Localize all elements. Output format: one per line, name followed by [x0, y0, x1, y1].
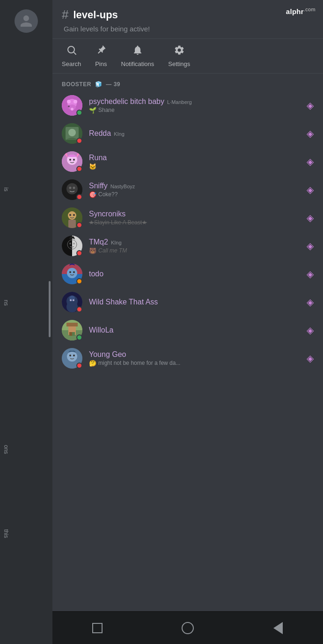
member-item[interactable]: TMq2 KIng 🐻 Call me TM ◈	[52, 232, 323, 260]
member-name-row: todo	[89, 270, 300, 278]
member-info: psychedelic bitch baby L·Manberg 🌱 Shane	[89, 97, 300, 114]
svg-point-0	[68, 46, 74, 53]
member-info: Sniffy NastyBoyz 🎯 Coke??	[89, 182, 300, 198]
settings-icon	[174, 44, 185, 58]
app-container: is ns ons this # level-ups Gain levels f…	[0, 0, 323, 644]
bell-icon	[132, 44, 143, 58]
sidebar-scrollbar	[49, 281, 51, 337]
status-text: Shane	[98, 107, 115, 113]
svg-rect-46	[72, 332, 75, 336]
member-info: WilloLa	[89, 326, 300, 334]
member-item[interactable]: psychedelic bitch baby L·Manberg 🌱 Shane…	[52, 91, 323, 119]
member-name: WilloLa	[89, 326, 113, 334]
svg-point-8	[71, 108, 73, 111]
bottom-navigation	[52, 611, 323, 644]
svg-rect-45	[69, 332, 72, 336]
member-item[interactable]: Runa 🐱 ◈	[52, 148, 323, 176]
svg-point-33	[69, 271, 71, 273]
back-button[interactable]	[266, 616, 290, 640]
status-indicator	[76, 222, 82, 228]
member-item[interactable]: Wild Shake That Ass ◈	[52, 288, 323, 316]
toolbar-settings[interactable]: Settings	[168, 44, 190, 67]
main-content: # level-ups Gain levels for being active…	[52, 0, 323, 644]
pin-icon	[95, 44, 107, 58]
status-indicator	[76, 138, 82, 144]
avatar-wrapper	[62, 123, 82, 144]
member-name: Wild Shake That Ass	[89, 298, 158, 306]
member-name-row: WilloLa	[89, 326, 300, 334]
circle-button[interactable]	[176, 616, 199, 640]
svg-point-19	[73, 187, 75, 189]
watermark: alphr.com	[286, 7, 316, 15]
svg-point-4	[67, 100, 71, 104]
status-emoji: 🐱	[89, 163, 96, 170]
search-icon	[66, 44, 77, 58]
user-icon	[19, 14, 33, 28]
svg-point-5	[73, 100, 77, 104]
member-name-row: TMq2 KIng	[89, 238, 300, 246]
member-item[interactable]: Syncroniks ★Slayin Like A Beast★ ◈	[52, 204, 323, 232]
member-info: Runa 🐱	[89, 154, 300, 170]
member-item[interactable]: Sniffy NastyBoyz 🎯 Coke?? ◈	[52, 176, 323, 204]
svg-rect-38	[66, 301, 78, 312]
status-indicator	[76, 363, 82, 369]
status-indicator	[76, 110, 82, 116]
member-name: Runa	[89, 154, 107, 162]
member-name-row: Runa	[89, 154, 300, 162]
sidebar: is ns ons this	[0, 0, 52, 644]
status-text: ★Slayin Like A Beast★	[89, 219, 147, 226]
notifications-label: Notifications	[121, 60, 154, 67]
svg-point-34	[73, 271, 75, 273]
svg-point-48	[67, 351, 77, 362]
toolbar-pins[interactable]: Pins	[95, 44, 107, 67]
status-emoji: 🐻	[89, 247, 96, 254]
svg-point-24	[73, 214, 75, 216]
booster-diamond-icon: ◈	[307, 240, 314, 252]
member-status: 🐻 Call me TM	[89, 247, 300, 254]
member-item[interactable]: WilloLa ◈	[52, 316, 323, 344]
toolbar-notifications[interactable]: Notifications	[121, 44, 154, 67]
avatar-wrapper	[62, 179, 82, 200]
status-indicator	[76, 166, 82, 172]
booster-diamond-icon: ◈	[307, 184, 314, 195]
booster-diamond-icon: ◈	[307, 325, 314, 336]
svg-point-23	[69, 214, 71, 216]
avatar-wrapper	[62, 292, 82, 312]
svg-rect-44	[66, 323, 78, 326]
toolbar: Search Pins Notifications	[52, 39, 323, 74]
status-indicator	[76, 278, 82, 284]
status-emoji: 🎯	[89, 191, 96, 198]
member-info: Syncroniks ★Slayin Like A Beast★	[89, 210, 300, 226]
member-tag: KIng	[111, 240, 122, 245]
svg-point-14	[69, 159, 71, 161]
svg-point-7	[68, 105, 70, 107]
member-info: Redda KIng	[89, 129, 300, 138]
booster-emoji: 🧊	[95, 81, 103, 88]
avatar-wrapper	[62, 348, 82, 369]
section-header: BOOSTER 🧊 — 39	[52, 74, 323, 91]
status-emoji: 🌱	[89, 107, 96, 114]
member-tag: KIng	[114, 132, 125, 137]
svg-point-21	[68, 211, 76, 220]
member-status: 🤔 might not be home for a few da...	[89, 360, 300, 367]
svg-point-40	[73, 299, 74, 301]
square-icon	[92, 623, 103, 633]
member-item[interactable]: Redda KIng ◈	[52, 119, 323, 148]
status-indicator	[76, 194, 82, 200]
square-button[interactable]	[86, 616, 109, 640]
status-indicator	[76, 250, 82, 256]
member-name: Young Geo	[89, 350, 126, 359]
member-info: TMq2 KIng 🐻 Call me TM	[89, 238, 300, 254]
member-name-row: Young Geo	[89, 350, 300, 359]
member-tag: NastyBoyz	[110, 184, 135, 189]
member-item[interactable]: todo ◈	[52, 260, 323, 288]
svg-point-32	[67, 268, 77, 278]
booster-diamond-icon: ◈	[307, 156, 314, 167]
svg-point-28	[69, 243, 71, 244]
sidebar-label-3: ons	[3, 445, 9, 454]
sidebar-user-avatar[interactable]	[15, 9, 38, 33]
toolbar-search[interactable]: Search	[62, 44, 81, 67]
watermark-text: alphr	[286, 7, 304, 15]
status-text: Coke??	[98, 191, 117, 198]
member-item[interactable]: Young Geo 🤔 might not be home for a few …	[52, 344, 323, 372]
